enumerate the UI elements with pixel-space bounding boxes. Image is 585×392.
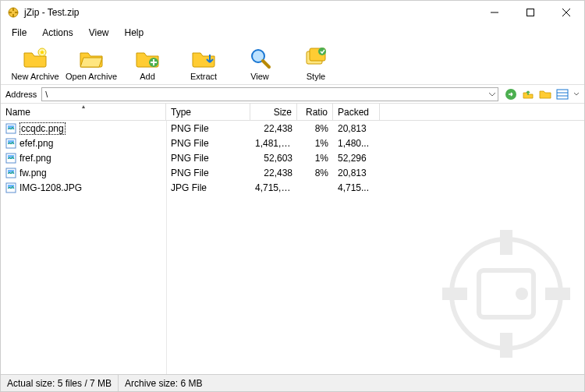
table-row[interactable]: efef.pngPNG File1,481,6051%1,480... [1, 136, 584, 150]
window-controls [477, 1, 584, 24]
col-header-packed[interactable]: Packed [333, 104, 380, 120]
open-archive-button[interactable]: Open Archive [63, 45, 119, 83]
svg-rect-1 [12, 8, 14, 11]
cell-type: JPG File [166, 182, 250, 193]
svg-rect-23 [500, 333, 512, 358]
folder-icon[interactable] [539, 88, 551, 101]
maximize-button[interactable] [512, 1, 548, 24]
extract-button[interactable]: Extract [176, 45, 232, 83]
image-file-icon [5, 138, 16, 149]
cell-packed: 52,296 [333, 153, 380, 164]
folder-open-icon [79, 45, 104, 70]
cell-size: 52,603 [250, 153, 297, 164]
minimize-button[interactable] [477, 1, 512, 24]
go-icon[interactable] [505, 88, 517, 101]
cell-type: PNG File [166, 153, 250, 164]
cell-packed: 4,715... [333, 182, 380, 193]
file-name: IMG-1208.JPG [20, 182, 82, 193]
image-file-icon [5, 123, 16, 134]
close-button[interactable] [548, 1, 584, 24]
cell-size: 1,481,605 [250, 138, 297, 149]
cell-packed: 1,480... [333, 138, 380, 149]
col-header-size[interactable]: Size [250, 104, 297, 120]
address-toolbar [502, 88, 580, 101]
watermark-icon [436, 224, 576, 366]
cell-ratio: 1% [297, 138, 333, 149]
table-row[interactable]: fref.pngPNG File52,6031%52,296 [1, 150, 584, 165]
cell-ratio: 8% [297, 168, 333, 178]
style-icon [303, 45, 328, 70]
add-button[interactable]: Add [119, 45, 176, 83]
table-row[interactable]: ccqdc.pngPNG File22,4388%20,813 [1, 121, 584, 136]
file-rows: ccqdc.pngPNG File22,4388%20,813efef.pngP… [1, 121, 584, 374]
dropdown-icon[interactable] [573, 88, 580, 101]
view-button[interactable]: View [232, 45, 288, 83]
svg-rect-2 [12, 14, 14, 17]
toolbar-label: View [250, 72, 269, 81]
cell-size: 22,438 [250, 123, 297, 134]
style-button[interactable]: Style [288, 45, 344, 83]
titlebar: jZip - Test.zip [1, 1, 584, 24]
chevron-down-icon[interactable] [488, 89, 496, 101]
folder-new-icon [23, 45, 48, 70]
col-header-name[interactable]: ▴ Name [1, 104, 166, 120]
up-icon[interactable] [522, 88, 534, 101]
file-name: fref.png [20, 153, 51, 164]
cell-name: fw.png [1, 168, 166, 178]
cell-ratio: 8% [297, 123, 333, 134]
menu-view[interactable]: View [83, 26, 115, 40]
image-file-icon [5, 168, 16, 178]
svg-rect-21 [479, 270, 534, 317]
svg-point-15 [318, 48, 326, 55]
statusbar: Actual size: 5 files / 7 MB Archive size… [1, 374, 584, 391]
toolbar-label: Style [307, 72, 325, 81]
table-row[interactable]: fw.pngPNG File22,4388%20,813 [1, 165, 584, 180]
file-name: fw.png [20, 168, 47, 178]
col-header-ratio[interactable]: Ratio [297, 104, 333, 120]
cell-name: IMG-1208.JPG [1, 182, 166, 193]
col-header-type[interactable]: Type [166, 104, 250, 120]
address-value: \ [45, 90, 48, 99]
address-label: Address [5, 90, 38, 99]
svg-rect-24 [442, 288, 467, 300]
svg-rect-6 [527, 9, 534, 16]
cell-packed: 20,813 [333, 123, 380, 134]
file-list: ▴ Name Type Size Ratio Packed [1, 104, 584, 374]
file-name: ccqdc.png [20, 122, 66, 135]
menu-file[interactable]: File [5, 26, 33, 40]
svg-rect-3 [9, 12, 12, 13]
cell-type: PNG File [166, 138, 250, 149]
cell-name: efef.png [1, 138, 166, 149]
window-title: jZip - Test.zip [24, 7, 79, 18]
cell-name: ccqdc.png [1, 122, 166, 135]
column-headers: ▴ Name Type Size Ratio Packed [1, 104, 584, 121]
address-input[interactable]: \ [41, 87, 498, 101]
toolbar-label: Open Archive [66, 72, 117, 81]
new-archive-button[interactable]: New Archive [7, 45, 63, 83]
image-file-icon [5, 153, 16, 164]
image-file-icon [5, 182, 16, 193]
cell-name: fref.png [1, 153, 166, 164]
cell-size: 4,715,202 [250, 182, 297, 193]
svg-rect-4 [15, 12, 18, 13]
cell-type: PNG File [166, 123, 250, 134]
toolbar-label: Add [140, 72, 155, 81]
menu-help[interactable]: Help [119, 26, 151, 40]
cell-size: 22,438 [250, 168, 297, 178]
svg-point-26 [516, 288, 528, 300]
app-window: jZip - Test.zip File Actions View Help N… [0, 0, 585, 392]
magnifier-icon [247, 45, 272, 70]
status-archive: Archive size: 6 MB [119, 375, 208, 391]
file-name: efef.png [20, 138, 53, 149]
toolbar-label: New Archive [11, 72, 58, 81]
toolbar: New Archive Open Archive Add Extract Vie… [1, 41, 584, 85]
menu-actions[interactable]: Actions [36, 26, 79, 40]
toolbar-label: Extract [190, 72, 217, 81]
view-mode-icon[interactable] [556, 88, 569, 101]
svg-point-20 [452, 239, 561, 348]
table-row[interactable]: IMG-1208.JPGJPG File4,715,2024,715... [1, 180, 584, 195]
address-bar: Address \ [1, 85, 584, 104]
svg-rect-25 [545, 288, 570, 300]
col-header-spacer [380, 104, 584, 120]
folder-add-icon [135, 45, 160, 70]
